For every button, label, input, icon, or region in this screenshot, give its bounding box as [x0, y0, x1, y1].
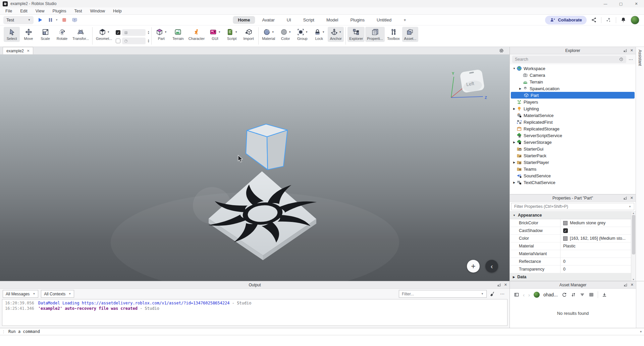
part-button[interactable]: ▼Part — [153, 27, 169, 42]
collaborate-button[interactable]: Collaborate — [545, 16, 587, 24]
scale-button[interactable]: Scale — [37, 27, 53, 42]
close-icon[interactable]: ✕ — [630, 196, 633, 200]
material-button[interactable]: ▼Material — [260, 27, 277, 42]
forward-icon[interactable]: › — [528, 292, 530, 298]
color-button[interactable]: ▼Color — [277, 27, 293, 42]
character-button[interactable]: Character — [187, 27, 206, 42]
tab-add[interactable]: + — [398, 16, 411, 24]
pause-dropdown-icon[interactable]: ▼ — [55, 18, 58, 21]
chevron-down-icon[interactable]: ▼ — [640, 330, 642, 333]
explorer-item-replicatedstorage[interactable]: ReplicatedStorage — [510, 125, 636, 132]
stepper-up-down[interactable]: ▲▼ — [147, 39, 149, 43]
lock-button[interactable]: ▼Lock — [311, 27, 327, 42]
maximize-icon[interactable]: ▢ — [613, 0, 629, 7]
menu-item-view[interactable]: View — [32, 9, 49, 13]
stop-button[interactable] — [60, 16, 68, 24]
explorer-search-input[interactable]: Search — [512, 56, 626, 63]
user-avatar[interactable] — [631, 16, 639, 24]
3d-viewport[interactable]: Y Z Left — [0, 55, 509, 281]
tab-home[interactable]: Home — [233, 16, 255, 24]
explorer-item-camera[interactable]: Camera — [510, 72, 636, 78]
checkbox-checked-icon[interactable]: ✓ — [563, 228, 568, 233]
close-icon[interactable]: ✕ — [629, 0, 644, 7]
anchor-button[interactable]: ▼Anchor — [328, 27, 344, 42]
drag-handle-icon[interactable]: ⋮ — [2, 330, 5, 334]
menu-item-edit[interactable]: Edit — [16, 9, 32, 13]
explorer-item-terrain[interactable]: Terrain — [510, 78, 636, 85]
move-snap-checkbox[interactable] — [116, 39, 120, 43]
explorer-item-serverscriptservice[interactable]: ServerScriptService — [510, 132, 636, 139]
download-icon[interactable] — [602, 292, 607, 297]
menu-item-test[interactable]: Test — [70, 9, 86, 13]
property-section-appearance[interactable]: ▼Appearance — [510, 212, 631, 219]
menu-item-file[interactable]: File — [1, 9, 16, 13]
explorer-item-materialservice[interactable]: MaterialService — [510, 112, 636, 119]
tab-model[interactable]: Model — [321, 16, 343, 24]
properti-button[interactable]: Properti... — [365, 27, 385, 42]
menu-item-plugins[interactable]: Plugins — [49, 9, 70, 13]
explorer-item-starterplayer[interactable]: ▶StarterPlayer — [510, 159, 636, 166]
explorer-menu-dots-icon[interactable]: ⋯ — [629, 57, 633, 62]
properties-scrollbar[interactable]: ▲ ▼ — [631, 212, 636, 281]
test-mode-select[interactable]: Test ▼ — [3, 16, 34, 24]
explorer-item-textchatservice[interactable]: ▶TextChatService — [510, 179, 636, 186]
grid-view-icon[interactable] — [589, 292, 594, 297]
screenshot-button[interactable] — [71, 16, 79, 24]
gui-button[interactable]: ▼GUI — [207, 27, 223, 42]
section-expanded-arrow-icon[interactable]: ▼ — [513, 214, 516, 217]
viewport-settings-gear-icon[interactable] — [499, 48, 504, 53]
output-log[interactable]: 16:20:39.056DataModel Loading https://as… — [2, 299, 507, 326]
pause-button[interactable] — [46, 16, 54, 24]
property-value[interactable]: 0 — [560, 258, 631, 265]
output-menu-dots-icon[interactable]: ⋯ — [498, 291, 507, 296]
select-button[interactable]: Select — [4, 27, 20, 42]
script-button[interactable]: ▼Script — [224, 27, 240, 42]
assistant-side-tab[interactable]: Assistant — [636, 47, 644, 281]
explorer-item-players[interactable]: Players — [510, 99, 636, 105]
play-button[interactable] — [36, 16, 44, 24]
toolbox-button[interactable]: Toolbox — [385, 27, 401, 42]
explorer-item-soundservice[interactable]: SoundService — [510, 172, 636, 179]
menu-item-help[interactable]: Help — [109, 9, 126, 13]
property-value[interactable] — [560, 250, 631, 257]
property-value[interactable]: [163, 162, 165] (Medium sto... — [560, 235, 631, 242]
scroll-up-icon[interactable]: ▲ — [632, 212, 635, 214]
scroll-down-icon[interactable]: ▼ — [632, 278, 635, 281]
rotate-snap-select[interactable] — [122, 38, 146, 44]
property-value[interactable]: Medium stone grey — [560, 219, 631, 227]
collapse-chevron-button[interactable]: ‹ — [485, 260, 498, 273]
import-button[interactable]: Import — [240, 27, 257, 42]
back-icon[interactable]: ‹ — [523, 292, 525, 298]
property-value[interactable]: ✓ — [560, 227, 631, 234]
tree-collapsed-arrow-icon[interactable]: ▶ — [512, 181, 517, 184]
terrain-button[interactable]: Terrain — [170, 27, 186, 42]
scrollbar-thumb[interactable] — [632, 215, 635, 254]
tab-avatar[interactable]: Avatar — [257, 16, 279, 24]
move-button[interactable]: Move — [20, 27, 37, 42]
clear-output-broom-icon[interactable] — [489, 291, 495, 297]
asset-button[interactable]: Asset... — [402, 27, 418, 42]
transfor-button[interactable]: Transfor... — [71, 27, 91, 42]
rotate-snap-checkbox[interactable]: ✓ — [116, 30, 120, 35]
history-icon[interactable] — [619, 57, 624, 62]
property-value[interactable]: Plastic — [560, 242, 631, 250]
command-bar[interactable]: ⋮ Run a command ▼ — [0, 328, 644, 335]
explorer-item-startergui[interactable]: StarterGui — [510, 146, 636, 152]
notifications-bell-icon[interactable] — [620, 17, 627, 23]
explorer-button[interactable]: Explorer — [347, 27, 365, 42]
tree-collapsed-arrow-icon[interactable]: ▶ — [518, 87, 523, 90]
zoom-in-plus-button[interactable]: + — [467, 260, 480, 273]
tab-untitled[interactable]: Untitled — [372, 16, 396, 24]
close-icon[interactable]: ✕ — [504, 283, 507, 287]
dock-icon[interactable] — [623, 283, 628, 287]
property-value[interactable]: 0 — [560, 266, 631, 273]
close-icon[interactable]: ✕ — [630, 48, 633, 53]
tree-expanded-arrow-icon[interactable]: ▼ — [512, 67, 517, 70]
sort-icon[interactable] — [571, 292, 576, 297]
section-collapsed-arrow-icon[interactable]: ▶ — [513, 276, 515, 279]
tree-collapsed-arrow-icon[interactable]: ▶ — [512, 107, 517, 110]
message-filter-dropdown[interactable]: All Messages ▼ — [3, 290, 38, 298]
explorer-item-teams[interactable]: Teams — [510, 166, 636, 172]
explorer-item-replicatedfirst[interactable]: ReplicatedFirst — [510, 119, 636, 125]
explorer-item-lighting[interactable]: ▶Lighting — [510, 105, 636, 112]
